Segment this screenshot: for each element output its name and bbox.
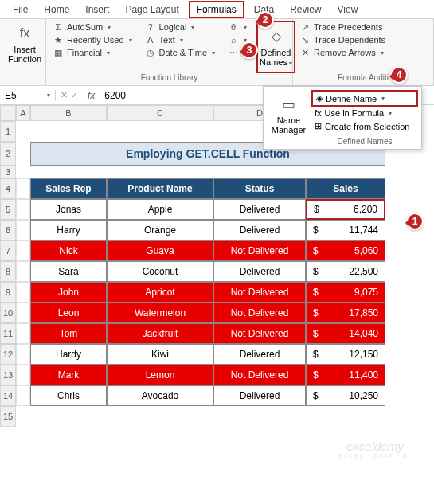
table-header[interactable]: Status [213, 178, 306, 199]
select-all-corner[interactable] [0, 105, 16, 121]
cell[interactable] [16, 178, 30, 199]
cell[interactable]: Delivered [213, 220, 306, 240]
cell[interactable]: Chris [30, 385, 107, 406]
cell[interactable]: Sara [30, 261, 107, 282]
table-header[interactable]: Sales [306, 178, 385, 199]
col-header[interactable]: B [30, 105, 107, 121]
cell[interactable]: Hardy [30, 344, 107, 365]
cell[interactable]: Coconut [107, 261, 213, 282]
cell[interactable] [16, 344, 30, 365]
financial-button[interactable]: ▦Financial▾ [49, 46, 135, 59]
cell[interactable]: $22,500 [306, 261, 385, 282]
cell[interactable]: Mark [30, 365, 107, 385]
menu-formulas[interactable]: Formulas [189, 1, 244, 18]
remove-arrows-button[interactable]: ✕Remove Arrows▾ [296, 46, 430, 59]
row-header[interactable]: 15 [0, 406, 16, 427]
cell[interactable]: Delivered [213, 261, 306, 282]
row-header[interactable]: 4 [0, 178, 16, 199]
row-header[interactable]: 10 [0, 303, 16, 323]
date-time-button[interactable]: ◷Date & Time▾ [142, 46, 219, 59]
fx-icon[interactable]: fx [83, 90, 100, 101]
row-header[interactable]: 2 [0, 142, 16, 166]
cell[interactable] [16, 261, 30, 282]
create-from-selection-button[interactable]: ⊞Create from Selection [311, 119, 418, 133]
cell[interactable] [16, 282, 30, 303]
row-header[interactable]: 6 [0, 220, 16, 240]
recently-used-button[interactable]: ★Recently Used▾ [49, 33, 135, 46]
cell[interactable] [16, 240, 30, 261]
cell[interactable]: John [30, 282, 107, 303]
cell[interactable]: Not Delivered [213, 282, 306, 303]
col-header[interactable]: C [107, 105, 213, 121]
row-header[interactable]: 12 [0, 344, 16, 365]
cell[interactable]: $11,400 [306, 365, 385, 385]
cell[interactable] [16, 365, 30, 385]
cell[interactable] [16, 220, 30, 240]
name-box[interactable]: E5▾ [0, 90, 56, 101]
cell[interactable]: $12,150 [306, 344, 385, 365]
menu-file[interactable]: File [6, 2, 34, 17]
define-name-button[interactable]: ◈Define Name▾ [311, 90, 418, 107]
cell[interactable]: Watermelon [107, 303, 213, 323]
name-manager-button[interactable]: ▭ Name Manager [267, 90, 311, 146]
row-header[interactable]: 8 [0, 261, 16, 282]
cell[interactable]: $11,744 [306, 220, 385, 240]
row-header[interactable]: 14 [0, 385, 16, 406]
cell[interactable]: $17,850 [306, 303, 385, 323]
row-header[interactable]: 1 [0, 121, 16, 142]
cell[interactable]: Not Delivered [213, 240, 306, 261]
cell[interactable]: $14,040 [306, 323, 385, 344]
cell[interactable]: $5,060 [306, 240, 385, 261]
defined-names-button[interactable]: ◇ Defined Names▾ [256, 21, 295, 73]
menu-review[interactable]: Review [283, 2, 327, 17]
insert-function-button[interactable]: fx Insert Function [3, 21, 46, 67]
cancel-icon[interactable]: ✕ [61, 90, 68, 100]
table-header[interactable]: Sales Rep [30, 178, 107, 199]
cell[interactable]: Delivered [213, 385, 306, 406]
col-header[interactable]: A [16, 105, 30, 121]
row-header[interactable]: 13 [0, 365, 16, 385]
text-button[interactable]: AText▾ [142, 33, 219, 46]
lookup-button[interactable]: θ▾ [225, 21, 250, 33]
cell[interactable] [16, 303, 30, 323]
row-header[interactable]: 5 [0, 199, 16, 220]
row-header[interactable]: 11 [0, 323, 16, 344]
cell[interactable]: Jonas [30, 199, 107, 220]
row-header[interactable]: 7 [0, 240, 16, 261]
cell[interactable]: $10,250 [306, 385, 385, 406]
cell[interactable]: Lemon [107, 365, 213, 385]
autosum-button[interactable]: ΣAutoSum▾ [49, 21, 135, 33]
row-header[interactable]: 3 [0, 166, 16, 178]
cell[interactable]: $9,075 [306, 282, 385, 303]
menu-page-layout[interactable]: Page Layout [119, 2, 185, 17]
cell[interactable]: Delivered [213, 344, 306, 365]
cell[interactable]: Leon [30, 303, 107, 323]
menu-view[interactable]: View [331, 2, 365, 17]
menu-home[interactable]: Home [37, 2, 76, 17]
cell[interactable]: Orange [107, 220, 213, 240]
cell[interactable]: Not Delivered [213, 365, 306, 385]
row-header[interactable]: 9 [0, 282, 16, 303]
cell[interactable]: Harry [30, 220, 107, 240]
cell[interactable]: Nick [30, 240, 107, 261]
enter-icon[interactable]: ✓ [71, 90, 78, 100]
cell[interactable]: Delivered [213, 199, 306, 220]
cell[interactable]: Apple [107, 199, 213, 220]
table-header[interactable]: Product Name [107, 178, 213, 199]
trace-dependents-button[interactable]: ↘Trace Dependents [296, 33, 430, 46]
cell[interactable]: Tom [30, 323, 107, 344]
trace-precedents-button[interactable]: ↗Trace Precedents [296, 21, 430, 33]
cell[interactable]: Avocado [107, 385, 213, 406]
cell[interactable] [16, 385, 30, 406]
menu-insert[interactable]: Insert [79, 2, 115, 17]
cell[interactable]: Jackfruit [107, 323, 213, 344]
cell[interactable]: Not Delivered [213, 303, 306, 323]
active-cell[interactable]: $6,200 [306, 199, 385, 220]
cell[interactable]: Kiwi [107, 344, 213, 365]
cell[interactable]: Apricot [107, 282, 213, 303]
logical-button[interactable]: ?Logical▾ [142, 21, 219, 33]
cell[interactable]: Not Delivered [213, 323, 306, 344]
cell[interactable] [16, 323, 30, 344]
cell[interactable] [16, 199, 30, 220]
cell[interactable]: Guava [107, 240, 213, 261]
